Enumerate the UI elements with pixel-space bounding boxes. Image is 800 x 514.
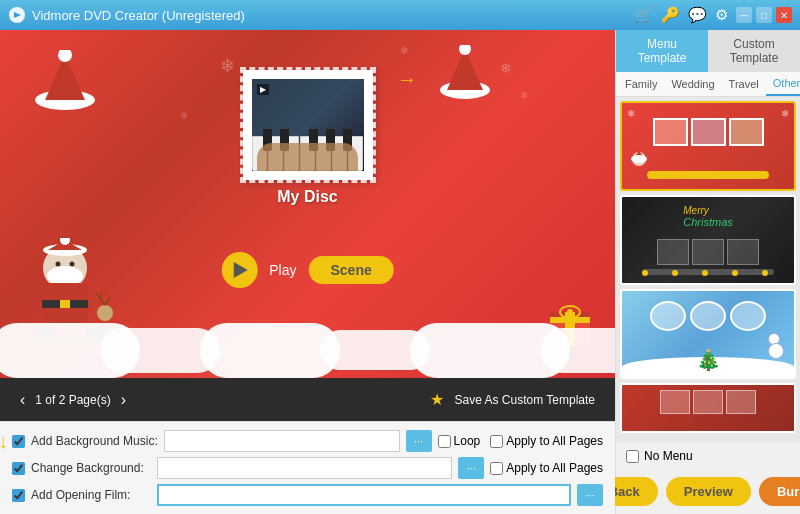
svg-point-6 — [459, 45, 471, 55]
template-preview-3: 🎄 — [622, 291, 794, 377]
tpl3-photo-1 — [650, 301, 686, 331]
bg-music-row: Add Background Music: ··· Loop Apply to … — [12, 430, 603, 452]
tpl4-photo-3 — [726, 390, 756, 414]
tpl3-tree: 🎄 — [696, 348, 721, 372]
template-item-3[interactable]: 🎄 — [620, 289, 796, 379]
support-icon[interactable]: 💬 — [688, 6, 707, 24]
apply-all-option-bg: Apply to All Pages — [490, 461, 603, 475]
maximize-button[interactable]: □ — [756, 7, 772, 23]
annotation-arrow-top: → — [397, 68, 417, 91]
apply-all-music-checkbox[interactable] — [490, 435, 503, 448]
change-bg-row: Change Background: ··· Apply to All Page… — [12, 457, 603, 479]
tpl3-photo-2 — [690, 301, 726, 331]
dvd-preview: ❄ ❄ ❄ ❄ ❄ ❄ ▶ — [0, 30, 615, 378]
bg-music-options: Loop Apply to All Pages — [438, 434, 603, 448]
category-family[interactable]: Family — [618, 73, 664, 95]
window-controls[interactable]: ─ □ ✕ — [736, 7, 792, 23]
scene-button[interactable]: Scene — [308, 256, 393, 284]
settings-icon[interactable]: ⚙ — [715, 6, 728, 24]
template-item-1[interactable]: ❄ ❄ — [620, 101, 796, 191]
tpl2-photo-3 — [727, 239, 759, 265]
tpl1-photo-2 — [691, 118, 726, 146]
template-preview-2: Merry Christmas — [622, 197, 794, 283]
play-button[interactable] — [221, 252, 257, 288]
tpl4-photos — [627, 390, 789, 414]
burn-button[interactable]: Burn — [759, 477, 800, 506]
tpl1-photo-1 — [653, 118, 688, 146]
star-icon: ★ — [430, 390, 444, 409]
svg-point-12 — [70, 262, 75, 267]
opening-film-row: Add Opening Film: ··· — [12, 484, 603, 506]
template-item-2[interactable]: Merry Christmas — [620, 195, 796, 285]
svg-point-32 — [631, 155, 647, 163]
tpl1-photos — [637, 118, 779, 146]
no-menu-row: No Menu — [616, 443, 800, 469]
opening-film-label: Add Opening Film: — [31, 488, 151, 502]
bg-music-checkbox[interactable] — [12, 435, 25, 448]
tpl2-dot1 — [642, 270, 648, 276]
template-preview-1: ❄ ❄ — [622, 103, 794, 189]
pagination-bar: ‹ 1 of 2 Page(s) › ★ Save As Custom Temp… — [0, 378, 615, 421]
app-logo — [8, 6, 26, 24]
template-list: ❄ ❄ — [616, 97, 800, 443]
key-icon[interactable]: 🔑 — [661, 6, 680, 24]
loop-checkbox[interactable] — [438, 435, 451, 448]
disc-title: My Disc — [243, 188, 373, 206]
santa-hat-right — [435, 45, 495, 100]
bg-music-input[interactable] — [164, 430, 400, 452]
opening-film-checkbox[interactable] — [12, 489, 25, 502]
prev-page-button[interactable]: ‹ — [20, 391, 25, 409]
svg-point-3 — [58, 50, 72, 62]
no-menu-label: No Menu — [644, 449, 693, 463]
tpl2-dot3 — [702, 270, 708, 276]
cart-icon[interactable]: 🛒 — [634, 6, 653, 24]
close-button[interactable]: ✕ — [776, 7, 792, 23]
change-bg-browse-button[interactable]: ··· — [458, 457, 484, 479]
change-bg-checkbox[interactable] — [12, 462, 25, 475]
tpl2-merry: Merry — [683, 205, 733, 216]
clouds-bottom — [0, 298, 615, 378]
svg-point-11 — [56, 262, 61, 267]
tpl3-photos — [632, 301, 784, 331]
main-layout: ❄ ❄ ❄ ❄ ❄ ❄ ▶ — [0, 30, 800, 514]
page-info: 1 of 2 Page(s) — [35, 393, 110, 407]
tpl2-photo-2 — [692, 239, 724, 265]
next-page-button[interactable]: › — [121, 391, 126, 409]
category-travel[interactable]: Travel — [722, 73, 766, 95]
play-indicator: ▶ — [257, 84, 269, 95]
snowflake-decor: ❄ — [520, 90, 528, 101]
bottom-buttons: Back Preview Burn — [616, 469, 800, 514]
tpl1-santa-icon — [627, 149, 652, 174]
category-tabs: Family Wedding Travel Others › — [616, 72, 800, 97]
menu-template-tab[interactable]: Menu Template — [616, 30, 708, 72]
opening-film-input[interactable] — [157, 484, 571, 506]
tpl2-photo-1 — [657, 239, 689, 265]
tpl2-dot5 — [762, 270, 768, 276]
save-template-button[interactable]: Save As Custom Template — [454, 393, 595, 407]
change-bg-input[interactable] — [157, 457, 452, 479]
template-item-4[interactable] — [620, 383, 796, 433]
preview-button[interactable]: Preview — [666, 477, 751, 506]
tpl2-christmas: Christmas — [683, 216, 733, 228]
tpl-snowflake: ❄ — [781, 108, 789, 119]
category-others[interactable]: Others — [766, 72, 800, 96]
apply-all-bg-checkbox[interactable] — [490, 462, 503, 475]
no-menu-checkbox[interactable] — [626, 450, 639, 463]
snowflake-decor: ❄ — [500, 60, 512, 76]
tpl1-slider — [647, 171, 769, 179]
bg-music-browse-button[interactable]: ··· — [406, 430, 432, 452]
minimize-button[interactable]: ─ — [736, 7, 752, 23]
category-wedding[interactable]: Wedding — [664, 73, 721, 95]
tpl4-photo-2 — [693, 390, 723, 414]
opening-film-browse-button[interactable]: ··· — [577, 484, 603, 506]
tpl2-slider — [642, 269, 774, 275]
apply-all-option-music: Apply to All Pages — [490, 434, 603, 448]
tpl3-photo-3 — [730, 301, 766, 331]
snowflake-decor: ❄ — [400, 45, 408, 56]
play-label: Play — [269, 262, 296, 278]
custom-template-tab[interactable]: Custom Template — [708, 30, 800, 72]
toolbar-icons: 🛒 🔑 💬 ⚙ — [634, 6, 728, 24]
preview-area: ❄ ❄ ❄ ❄ ❄ ❄ ▶ — [0, 30, 615, 514]
tpl3-snowman — [768, 333, 784, 359]
tpl-snowflake: ❄ — [627, 108, 635, 119]
